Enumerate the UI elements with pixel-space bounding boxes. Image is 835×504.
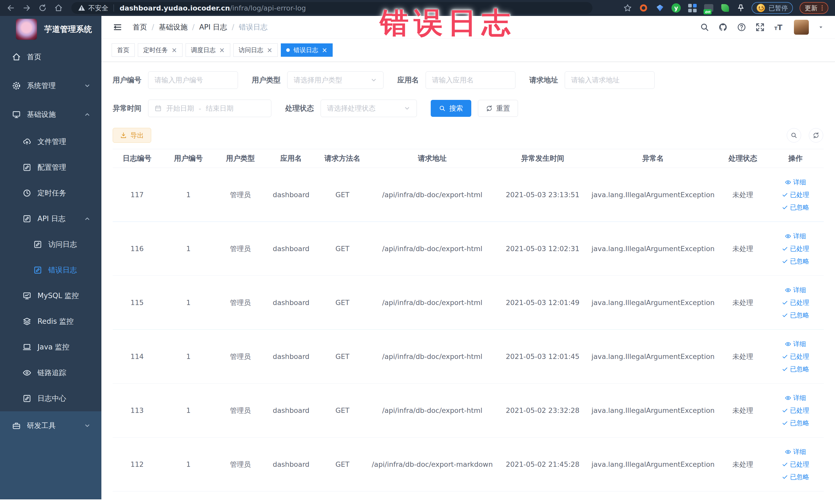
browser-update-button[interactable]: 更新	[799, 2, 828, 14]
fullscreen-icon[interactable]	[755, 23, 765, 32]
tab-close-icon[interactable]: ×	[219, 47, 225, 54]
mark-processed-link[interactable]: 已处理	[782, 244, 809, 253]
detail-link[interactable]: 详细	[785, 340, 806, 348]
security-warning-icon[interactable]	[78, 4, 85, 12]
github-icon[interactable]	[718, 23, 728, 32]
sidebar-menu-item[interactable]: 文件管理	[0, 129, 101, 155]
main-area: 首页基础设施API 日志错误日志 首页 ×	[101, 16, 835, 491]
sidebar-menu-item[interactable]: 首页	[0, 43, 101, 72]
tab[interactable]: 首页 ×	[111, 43, 135, 57]
app-name-input[interactable]: 请输入应用名	[426, 72, 515, 89]
menu-item-label: 研发工具	[27, 421, 56, 430]
refresh-table-button[interactable]	[809, 128, 823, 142]
tab[interactable]: 访问日志 ×	[233, 43, 278, 57]
detail-link[interactable]: 详细	[785, 394, 806, 402]
sidebar-menu-item[interactable]: 访问日志	[0, 231, 101, 257]
extension-grid-icon[interactable]	[687, 3, 697, 13]
table-body: 117 1 管理员 dashboard GET /api/infra/db-do…	[113, 168, 824, 491]
mark-ignored-link[interactable]: 已忽略	[782, 419, 809, 427]
cell-actions: 详细 已处理 已忽略	[769, 232, 822, 265]
breadcrumb-item[interactable]: API 日志	[187, 22, 227, 32]
bookmark-star-icon[interactable]	[623, 4, 632, 12]
breadcrumb-item[interactable]: 首页	[133, 22, 147, 32]
sidebar-menu-item[interactable]: Redis 监控	[0, 309, 101, 334]
extension-orange-icon[interactable]	[639, 3, 648, 13]
search-button[interactable]: 搜索	[431, 100, 471, 117]
sidebar-menu-item[interactable]: 配置管理	[0, 155, 101, 180]
user-type-placeholder: 请选择用户类型	[294, 76, 342, 85]
sidebar-collapse-icon[interactable]	[113, 22, 122, 32]
user-id-input[interactable]: 请输入用户编号	[148, 72, 238, 89]
profile-paused-badge[interactable]: 已暂停	[752, 2, 793, 14]
user-avatar[interactable]	[794, 20, 809, 35]
sidebar-menu-item[interactable]: 研发工具	[0, 411, 101, 440]
search-icon[interactable]	[700, 23, 709, 32]
tab-close-icon[interactable]: ×	[171, 47, 177, 54]
browser-back-icon[interactable]	[7, 4, 15, 12]
extension-on-badge-icon[interactable]	[704, 3, 714, 13]
request-url-input[interactable]: 请输入请求地址	[565, 72, 655, 89]
mark-ignored-link[interactable]: 已忽略	[782, 257, 809, 265]
mark-processed-link[interactable]: 已处理	[782, 298, 809, 307]
tab[interactable]: 定时任务 ×	[138, 43, 183, 57]
sidebar-menu-item[interactable]: 日志中心	[0, 386, 101, 411]
mark-processed-link[interactable]: 已处理	[782, 406, 809, 415]
sidebar-menu-item[interactable]: Java 监控	[0, 334, 101, 360]
mark-processed-link[interactable]: 已处理	[782, 460, 809, 468]
security-warning-label[interactable]: 不安全	[88, 4, 108, 13]
font-size-icon[interactable]	[774, 23, 783, 32]
mark-processed-label: 已处理	[790, 460, 809, 468]
browser-reload-icon[interactable]	[39, 4, 47, 12]
sidebar-logo[interactable]: 芋道管理系统	[0, 16, 101, 43]
sidebar-menu-item[interactable]: MySQL 监控	[0, 283, 101, 309]
reset-button[interactable]: 重置	[478, 100, 518, 117]
cell-log-id: 116	[113, 245, 161, 253]
help-icon[interactable]	[737, 23, 746, 32]
cell-method: GET	[317, 406, 368, 415]
browser-home-icon[interactable]	[55, 4, 63, 12]
sidebar-menu-item[interactable]: 链路追踪	[0, 360, 101, 386]
detail-link[interactable]: 详细	[785, 178, 806, 186]
end-date-placeholder[interactable]: 结束日期	[206, 104, 233, 113]
extensions-pin-icon[interactable]	[737, 4, 745, 12]
detail-link[interactable]: 详细	[785, 232, 806, 240]
mark-processed-link[interactable]: 已处理	[782, 352, 809, 361]
mark-ignored-link[interactable]: 已忽略	[782, 365, 809, 373]
toggle-search-button[interactable]	[787, 128, 801, 142]
extension-green-icon[interactable]: y	[672, 3, 681, 13]
url-path[interactable]: /infra/log/api-error-log	[230, 4, 306, 12]
extension-leaf-icon[interactable]	[720, 3, 730, 13]
tab-close-icon[interactable]: ×	[322, 47, 327, 54]
date-range-picker[interactable]: 开始日期 - 结束日期	[148, 100, 271, 117]
tab[interactable]: 调度日志 ×	[186, 43, 230, 57]
tab[interactable]: 错误日志 ×	[281, 43, 333, 57]
sidebar-menu-item[interactable]: 基础设施	[0, 100, 101, 129]
breadcrumb-item[interactable]: 错误日志	[227, 22, 267, 32]
sidebar-menu-item[interactable]: API 日志	[0, 206, 101, 231]
tab-close-icon[interactable]: ×	[267, 47, 272, 54]
detail-link[interactable]: 详细	[785, 286, 806, 294]
detail-link[interactable]: 详细	[785, 447, 806, 456]
start-date-placeholder[interactable]: 开始日期	[166, 104, 194, 113]
mark-processed-link[interactable]: 已处理	[782, 190, 809, 199]
mark-ignored-link[interactable]: 已忽略	[782, 473, 809, 481]
check-icon	[782, 258, 788, 264]
user-type-select[interactable]: 请选择用户类型	[287, 72, 384, 89]
user-menu-caret-icon[interactable]	[818, 24, 824, 30]
sidebar-menu-item[interactable]: 错误日志	[0, 257, 101, 283]
check-icon	[782, 192, 788, 198]
breadcrumb-item[interactable]: 基础设施	[147, 22, 187, 32]
sidebar-menu-item[interactable]: 系统管理	[0, 72, 101, 100]
sidebar-menu-item[interactable]: 定时任务	[0, 180, 101, 206]
process-status-select[interactable]: 请选择处理状态	[321, 100, 417, 117]
url-host[interactable]: dashboard.yudao.iocoder.cn	[120, 4, 230, 12]
extension-gem-icon[interactable]	[655, 3, 665, 13]
mark-ignored-link[interactable]: 已忽略	[782, 311, 809, 319]
menu-item-label: Redis 监控	[38, 317, 74, 326]
cell-user-type: 管理员	[216, 298, 265, 307]
browser-menu-icon[interactable]	[821, 4, 823, 12]
mark-ignored-link[interactable]: 已忽略	[782, 203, 809, 211]
eye-icon	[785, 395, 791, 401]
browser-forward-icon[interactable]	[23, 4, 31, 12]
export-button[interactable]: 导出	[113, 128, 151, 143]
